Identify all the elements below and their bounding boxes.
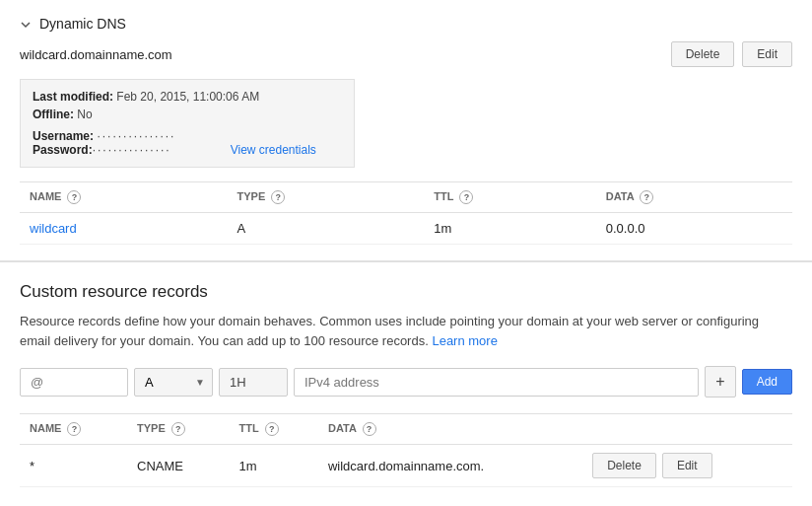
- table-row: * CNAME 1m wildcard.domainname.com. Dele…: [20, 445, 792, 487]
- custom-table-header: NAME ? TYPE ? TTL ? DATA ?: [20, 414, 792, 445]
- password-dots: ···············: [93, 143, 171, 157]
- custom-row-actions: Delete Edit: [582, 445, 792, 487]
- type-select-wrapper: A CNAME MX TXT AAAA CAA SRV NS SPF ▼: [134, 368, 213, 397]
- col-type: TYPE ?: [227, 182, 424, 213]
- offline-label: Offline:: [33, 108, 74, 121]
- custom-records-table: NAME ? TYPE ? TTL ? DATA ?: [20, 413, 792, 487]
- dns-row-data: 0.0.0.0: [596, 213, 792, 245]
- offline-value: No: [77, 108, 92, 121]
- last-modified-label: Last modified:: [33, 90, 113, 104]
- dns-row-type: A: [227, 213, 424, 245]
- table-row: wildcard A 1m 0.0.0.0: [20, 213, 792, 245]
- edit-dns-button[interactable]: Edit: [742, 41, 792, 67]
- custom-col-ttl: TTL ?: [230, 414, 318, 445]
- add-record-form: A CNAME MX TXT AAAA CAA SRV NS SPF ▼ + A…: [20, 366, 792, 398]
- dns-records-table: NAME ? TYPE ? TTL ? DATA ?: [20, 181, 792, 245]
- username-dots: ···············: [97, 129, 175, 143]
- custom-records-title: Custom resource records: [20, 282, 792, 302]
- col-name: NAME ?: [20, 182, 227, 213]
- custom-row-name: *: [20, 445, 127, 487]
- record-data-input[interactable]: [294, 368, 699, 397]
- dns-table-header: NAME ? TYPE ? TTL ? DATA ?: [20, 182, 792, 213]
- data-help-icon[interactable]: ?: [640, 190, 653, 204]
- domain-name: wildcard.domainname.com: [20, 47, 172, 62]
- credentials-block: Username: ··············· Password: ····…: [33, 129, 342, 157]
- dns-row-name[interactable]: wildcard: [30, 221, 77, 236]
- record-ttl-input[interactable]: [219, 368, 288, 397]
- add-record-button[interactable]: Add: [742, 369, 792, 395]
- custom-col-data: DATA ?: [318, 414, 582, 445]
- username-row: Username: ···············: [33, 129, 342, 143]
- chevron-down-icon[interactable]: [20, 17, 39, 32]
- custom-col-actions: [582, 414, 792, 445]
- custom-ttl-help-icon[interactable]: ?: [265, 422, 279, 436]
- custom-data-help-icon[interactable]: ?: [363, 422, 376, 436]
- custom-col-name: NAME ?: [20, 414, 127, 445]
- ttl-help-icon[interactable]: ?: [459, 190, 473, 204]
- record-name-input[interactable]: [20, 368, 128, 397]
- dns-info-box: Last modified: Feb 20, 2015, 11:00:06 AM…: [20, 79, 355, 168]
- dynamic-dns-section: Dynamic DNS wildcard.domainname.com Dele…: [0, 0, 812, 261]
- domain-row: wildcard.domainname.com Delete Edit: [20, 41, 792, 67]
- custom-records-description: Resource records define how your domain …: [20, 312, 792, 350]
- custom-records-section: Custom resource records Resource records…: [0, 262, 812, 497]
- delete-custom-button[interactable]: Delete: [592, 453, 656, 478]
- custom-name-help-icon[interactable]: ?: [67, 422, 81, 436]
- password-label: Password:: [33, 143, 93, 157]
- delete-dns-button[interactable]: Delete: [671, 41, 735, 67]
- record-type-select[interactable]: A CNAME MX TXT AAAA CAA SRV NS SPF: [134, 368, 213, 397]
- col-ttl: TTL ?: [424, 182, 595, 213]
- dynamic-dns-title: Dynamic DNS: [39, 16, 126, 32]
- dns-row-ttl: 1m: [424, 213, 595, 245]
- last-modified-value: Feb 20, 2015, 11:00:06 AM: [116, 90, 259, 104]
- custom-col-type: TYPE ?: [127, 414, 230, 445]
- dns-table-container: NAME ? TYPE ? TTL ? DATA ?: [20, 181, 792, 245]
- learn-more-link[interactable]: Learn more: [432, 333, 497, 348]
- password-row: Password: ··············· View credentia…: [33, 143, 342, 157]
- name-help-icon[interactable]: ?: [67, 190, 81, 204]
- custom-row-ttl: 1m: [230, 445, 318, 487]
- view-credentials-link[interactable]: View credentials: [231, 143, 316, 157]
- offline-row: Offline: No: [33, 108, 342, 121]
- custom-row-type: CNAME: [127, 445, 230, 487]
- col-data: DATA ?: [596, 182, 792, 213]
- edit-custom-button[interactable]: Edit: [662, 453, 712, 478]
- username-label: Username:: [33, 129, 94, 143]
- type-help-icon[interactable]: ?: [271, 190, 285, 204]
- custom-row-data: wildcard.domainname.com.: [318, 445, 582, 487]
- dynamic-dns-header: Dynamic DNS: [20, 16, 792, 32]
- custom-type-help-icon[interactable]: ?: [171, 422, 185, 436]
- last-modified-row: Last modified: Feb 20, 2015, 11:00:06 AM: [33, 90, 342, 104]
- domain-actions: Delete Edit: [671, 41, 792, 67]
- plus-button[interactable]: +: [705, 366, 735, 398]
